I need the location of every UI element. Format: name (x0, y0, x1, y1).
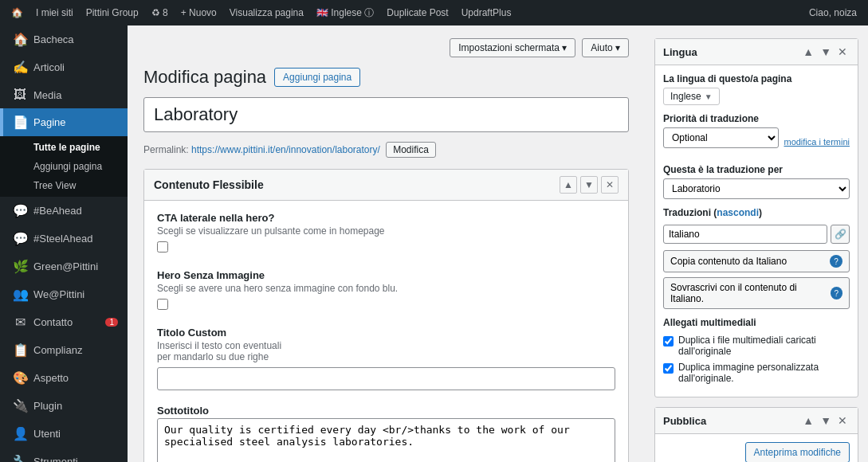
allegati-label-1: Duplica i file multimediali caricati dal… (678, 335, 850, 357)
admin-bar-duplicate[interactable]: Duplicate Post (382, 0, 453, 25)
admin-bar-updates[interactable]: ♻ 8 (147, 0, 173, 25)
sidebar: 🏠 Bacheca ✍ Articoli 🖼 Media 📄 Pagine Tu… (0, 25, 128, 462)
lingua-collapse-down[interactable]: ▼ (818, 45, 834, 58)
pubblica-controls: ▲ ▼ ✕ (800, 414, 850, 427)
pubblica-close[interactable]: ✕ (835, 414, 850, 427)
sidebar-item-articoli[interactable]: ✍ Articoli (0, 53, 128, 81)
nascondi-link[interactable]: nascondi (717, 207, 759, 218)
sidebar-label-plugin: Plugin (33, 400, 62, 412)
cta-desc: Scegli se visualizzare un pulsante come … (157, 225, 615, 237)
sidebar-item-utenti[interactable]: 👤 Utenti (0, 420, 128, 448)
overwrite-button[interactable]: Sovrascrivi con il contenuto di Italiano… (663, 277, 850, 309)
sidebar-item-beahead[interactable]: 💬 #BeAhead (0, 197, 128, 225)
sidebar-item-aspetto[interactable]: 🎨 Aspetto (0, 364, 128, 392)
sidebar-sub-all-pages[interactable]: Tutte le pagine (27, 138, 128, 157)
green-icon: 🌿 (13, 259, 27, 274)
admin-bar-updraft[interactable]: UpdraftPlus (457, 0, 516, 25)
home-icon: 🏠 (13, 32, 27, 47)
permalink-label: Permalink: (143, 144, 189, 155)
sidebar-label-media: Media (33, 89, 61, 101)
admin-bar-wp[interactable]: 🏠 (6, 0, 28, 25)
sidebar-item-steelahead[interactable]: 💬 #SteelAhead (0, 225, 128, 253)
admin-bar-view-page[interactable]: Visualizza pagina (225, 0, 308, 25)
lang-label: La lingua di questo/a pagina (663, 73, 850, 84)
sottotitolo-textarea[interactable]: Our quality is certified every day <br/>… (157, 418, 615, 462)
allegati-checkbox-1[interactable] (663, 336, 674, 346)
sidebar-item-green[interactable]: 🌿 Green@Pittini (0, 253, 128, 280)
impostazioni-schermata-button[interactable]: Impostazioni schermata ▾ (450, 38, 575, 57)
titolo-custom-input[interactable] (157, 367, 615, 390)
add-page-button[interactable]: Aggiungi pagina (274, 68, 360, 87)
sidebar-item-we[interactable]: 👥 We@Pittini (0, 280, 128, 308)
permalink-url[interactable]: https://www.pittini.it/en/innovation/lab… (191, 144, 380, 155)
sidebar-label-we: We@Pittini (33, 288, 84, 300)
sidebar-label-strumenti: Strumenti (33, 456, 78, 462)
allegati-checkbox-2-row: Duplica immagine personalizzata dall'ori… (663, 362, 850, 384)
lingua-body: La lingua di questo/a pagina Inglese ▼ P… (655, 65, 858, 397)
admin-bar-new[interactable]: + Nuovo (176, 0, 222, 25)
sidebar-item-media[interactable]: 🖼 Media (0, 81, 128, 108)
modifica-termini-link[interactable]: modifica i termini (784, 137, 850, 147)
panel-collapse-down[interactable]: ▼ (580, 176, 598, 194)
aiuto-button[interactable]: Aiuto ▾ (582, 38, 629, 57)
cta-checkbox[interactable] (157, 241, 168, 253)
panel-controls: ▲ ▼ ✕ (560, 176, 619, 194)
strumenti-icon: 🔧 (13, 454, 27, 462)
sidebar-label-aspetto: Aspetto (33, 372, 69, 384)
sidebar-item-contatto[interactable]: ✉ Contatto 1 (0, 308, 128, 336)
overwrite-info-icon[interactable]: ? (831, 287, 842, 300)
beahead-icon: 💬 (13, 203, 27, 218)
panel-title: Contenuto Flessibile (154, 178, 553, 191)
lingua-close[interactable]: ✕ (835, 45, 850, 58)
field-titolo-custom: Titolo Custom Inserisci il testo con eve… (157, 327, 615, 390)
sidebar-sub-tree-view[interactable]: Tree View (27, 176, 128, 195)
sidebar-label-complianz: Complianz (33, 344, 82, 356)
priorita-select[interactable]: Optional (663, 127, 779, 148)
sottotitolo-label: Sottotitolo (157, 405, 615, 417)
wp-layout: 🏠 Bacheca ✍ Articoli 🖼 Media 📄 Pagine Tu… (0, 25, 868, 462)
translation-input[interactable] (663, 225, 827, 244)
plugin-icon: 🔌 (13, 398, 27, 413)
questa-select[interactable]: Laboratorio (663, 178, 850, 199)
admin-bar-lang[interactable]: 🇬🇧 Inglese ⓘ (312, 0, 379, 25)
contatto-badge: 1 (105, 318, 118, 327)
sidebar-sub-pagine: Tutte le pagine Aggiungi pagina Tree Vie… (0, 136, 128, 197)
copy-content-button[interactable]: Copia contenuto da Italiano ? (663, 250, 850, 272)
sidebar-label-articoli: Articoli (33, 61, 65, 73)
sidebar-item-plugin[interactable]: 🔌 Plugin (0, 392, 128, 420)
sidebar-item-complianz[interactable]: 📋 Complianz (0, 336, 128, 364)
pubblica-title: Pubblica (663, 415, 800, 427)
sidebar-item-strumenti[interactable]: 🔧 Strumenti (0, 448, 128, 462)
page-title-input[interactable] (143, 97, 629, 132)
complianz-icon: 📋 (13, 343, 27, 358)
anteprima-modifiche-button[interactable]: Anteprima modifiche (745, 442, 850, 462)
sidebar-item-bacheca[interactable]: 🏠 Bacheca (0, 25, 128, 53)
lingua-collapse-up[interactable]: ▲ (800, 45, 816, 58)
field-cta-laterale: CTA laterale nella hero? Scegli se visua… (157, 212, 615, 255)
aspetto-icon: 🎨 (13, 370, 27, 386)
panel-close[interactable]: ✕ (601, 176, 619, 194)
permalink-modifica-button[interactable]: Modifica (386, 142, 436, 158)
sidebar-item-pagine[interactable]: 📄 Pagine (0, 108, 128, 136)
admin-bar-user[interactable]: Ciao, noiza (804, 0, 862, 25)
titolo-custom-desc: Inserisci il testo con eventuali per man… (157, 340, 615, 362)
copy-info-icon[interactable]: ? (830, 255, 842, 268)
sidebar-label-contatto: Contatto (33, 316, 73, 328)
steelahead-icon: 💬 (13, 231, 27, 246)
allegati-title: Allegati multimediali (663, 317, 850, 328)
allegati-checkbox-2[interactable] (663, 363, 674, 374)
panel-collapse-up[interactable]: ▲ (560, 176, 577, 194)
lingua-meta-box: Lingua ▲ ▼ ✕ La lingua di questo/a pagin… (654, 38, 858, 397)
pubblica-collapse-down[interactable]: ▼ (818, 414, 834, 427)
admin-bar-my-sites[interactable]: I miei siti (31, 0, 78, 25)
translation-link-btn[interactable]: 🔗 (831, 225, 850, 244)
sidebar-label-bacheca: Bacheca (33, 33, 74, 45)
allegati-label-2: Duplica immagine personalizzata dall'ori… (678, 362, 850, 384)
top-actions: Impostazioni schermata ▾ Aiuto ▾ (143, 38, 629, 57)
hero-checkbox[interactable] (157, 299, 168, 310)
priorita-label: Priorità di traduzione (663, 113, 850, 124)
pubblica-collapse-up[interactable]: ▲ (800, 414, 816, 427)
sidebar-sub-add-page[interactable]: Aggiungi pagina (27, 157, 128, 176)
admin-bar-pittini[interactable]: Pittini Group (81, 0, 143, 25)
cta-label: CTA laterale nella hero? (157, 212, 615, 224)
